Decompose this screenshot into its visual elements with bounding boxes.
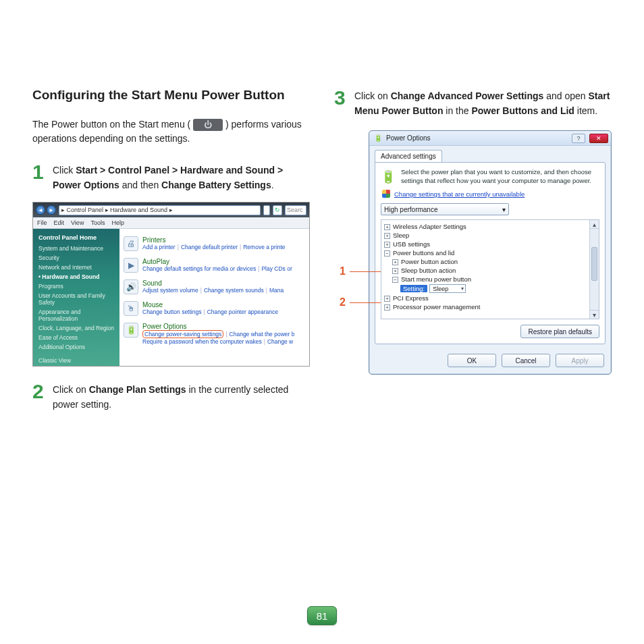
- cat-printers[interactable]: Printers: [142, 236, 309, 244]
- tree-sleep[interactable]: Sleep: [393, 232, 409, 239]
- sidebar-item-programs[interactable]: Programs: [38, 283, 114, 290]
- tree-scrollbar[interactable]: ▴ ▾: [589, 220, 599, 319]
- tree-sleep-button-action[interactable]: Sleep button action: [401, 267, 456, 274]
- menu-bar: File Edit View Tools Help: [33, 217, 309, 229]
- menu-view[interactable]: View: [71, 219, 84, 226]
- cancel-button[interactable]: Cancel: [502, 354, 550, 367]
- link-require-password[interactable]: Require a password when the computer wak…: [142, 338, 262, 345]
- expand-icon[interactable]: +: [392, 259, 398, 265]
- step-1: 1 Click Start > Control Panel > Hardware…: [32, 162, 310, 192]
- sidebar-item-additional[interactable]: Additional Options: [38, 344, 114, 350]
- sidebar-item-clock[interactable]: Clock, Language, and Region: [38, 325, 114, 331]
- expand-icon[interactable]: +: [392, 268, 398, 274]
- link-autoplay-defaults[interactable]: Change default settings for media or dev…: [142, 265, 256, 272]
- link-change-unavailable[interactable]: Change settings that are currently unava…: [382, 190, 599, 198]
- link-play-cds[interactable]: Play CDs or: [261, 265, 292, 272]
- cat-sound[interactable]: Sound: [142, 279, 309, 287]
- cat-mouse[interactable]: Mouse: [142, 301, 309, 308]
- link-remove-printer[interactable]: Remove a printe: [243, 244, 285, 250]
- sidebar-item-system[interactable]: System and Maintenance: [38, 245, 114, 252]
- link-change-w[interactable]: Change w: [267, 338, 293, 345]
- close-button[interactable]: ✕: [589, 134, 608, 143]
- plan-select[interactable]: High performance▾: [381, 203, 509, 215]
- tree-start-menu-power-button[interactable]: Start menu power button: [401, 275, 471, 283]
- link-change-sounds[interactable]: Change system sounds: [204, 287, 264, 294]
- tree-usb[interactable]: USB settings: [393, 240, 430, 248]
- power-plan-icon: 🔋: [381, 168, 396, 186]
- tree-processor[interactable]: Processor power management: [393, 303, 480, 311]
- step-2-text: Click on Change Plan Settings in the cur…: [53, 381, 310, 412]
- help-button[interactable]: ?: [572, 134, 585, 143]
- tree-wireless[interactable]: Wireless Adapter Settings: [393, 223, 466, 230]
- menu-help[interactable]: Help: [111, 219, 124, 226]
- sound-icon: 🔊: [124, 279, 138, 294]
- collapse-icon[interactable]: −: [384, 250, 390, 257]
- expand-icon[interactable]: +: [384, 233, 390, 239]
- step-3-number: 3: [334, 88, 349, 118]
- step-1-number: 1: [32, 162, 47, 192]
- sidebar-item-appearance[interactable]: Appearance and Personalization: [38, 308, 114, 322]
- setting-value-select[interactable]: Sleep: [429, 284, 466, 293]
- scroll-down-icon[interactable]: ▾: [590, 310, 599, 319]
- search-input[interactable]: Searc: [285, 205, 306, 215]
- link-change-power-saving[interactable]: Change power-saving settings: [142, 330, 223, 338]
- shield-icon: [382, 190, 390, 198]
- expand-icon[interactable]: +: [384, 224, 390, 230]
- sidebar-item-security[interactable]: Security: [38, 254, 114, 261]
- tab-advanced-settings[interactable]: Advanced settings: [375, 150, 442, 162]
- autoplay-icon: ▶: [124, 258, 138, 273]
- link-pointer-appearance[interactable]: Change pointer appearance: [207, 308, 278, 315]
- intro-paragraph: The Power button on the Start menu ( ) p…: [32, 117, 310, 146]
- printers-icon: 🖨: [124, 236, 138, 251]
- ok-button[interactable]: OK: [448, 354, 496, 367]
- page-number-badge: 81: [307, 606, 337, 625]
- breadcrumb[interactable]: ▸ Control Panel ▸ Hardware and Sound ▸: [59, 205, 261, 215]
- forward-button[interactable]: ►: [47, 205, 56, 215]
- expand-icon[interactable]: +: [384, 242, 390, 248]
- menu-edit[interactable]: Edit: [54, 219, 65, 226]
- sidebar-item-hardware[interactable]: Hardware and Sound: [38, 273, 114, 280]
- link-change-power-button[interactable]: Change what the power b: [230, 331, 295, 338]
- tree-power-button-action[interactable]: Power button action: [401, 258, 458, 265]
- callout-1: 1: [340, 265, 382, 277]
- scroll-thumb[interactable]: [591, 247, 597, 281]
- settings-tree[interactable]: +Wireless Adapter Settings +Sleep +USB s…: [381, 219, 599, 319]
- back-button[interactable]: ◄: [36, 205, 45, 215]
- sidebar-item-network[interactable]: Network and Internet: [38, 264, 114, 271]
- step-2-number: 2: [32, 381, 47, 412]
- restore-defaults-button[interactable]: Restore plan defaults: [520, 325, 599, 338]
- sidebar-item-users[interactable]: User Accounts and Family Safety: [38, 292, 114, 306]
- link-mouse-buttons[interactable]: Change button settings: [142, 308, 201, 315]
- page-heading: Configuring the Start Menu Power Button: [32, 88, 310, 103]
- tree-pci-express[interactable]: PCI Express: [393, 294, 429, 302]
- expand-icon[interactable]: +: [384, 296, 390, 302]
- breadcrumb-dropdown[interactable]: ▾: [263, 205, 270, 215]
- cat-autoplay[interactable]: AutoPlay: [142, 258, 309, 265]
- setting-label: Setting:: [400, 285, 427, 292]
- category-pane: 🖨PrintersAdd a printer|Change default pr…: [119, 229, 309, 366]
- sidebar: Control Panel Home System and Maintenanc…: [33, 229, 119, 366]
- link-sound-manage[interactable]: Mana: [269, 287, 284, 294]
- step-3-text: Click on Change Advanced Power Settings …: [354, 88, 612, 118]
- refresh-button[interactable]: ↻: [273, 205, 282, 215]
- link-add-printer[interactable]: Add a printer: [142, 244, 176, 250]
- apply-button[interactable]: Apply: [556, 354, 604, 367]
- menu-file[interactable]: File: [37, 219, 47, 226]
- link-change-default-printer[interactable]: Change default printer: [181, 244, 238, 250]
- step-1-text: Click Start > Control Panel > Hardware a…: [53, 162, 310, 192]
- dialog-description: Select the power plan that you want to c…: [401, 168, 599, 186]
- tree-power-buttons-lid[interactable]: Power buttons and lid: [393, 249, 454, 257]
- menu-tools[interactable]: Tools: [90, 219, 105, 226]
- sidebar-classic-view[interactable]: Classic View: [38, 357, 114, 364]
- expand-icon[interactable]: +: [384, 304, 390, 311]
- power-icon: [193, 119, 223, 131]
- intro-text-a: The Power button on the Start menu (: [32, 119, 190, 130]
- link-adjust-volume[interactable]: Adjust system volume: [142, 287, 198, 294]
- scroll-up-icon[interactable]: ▴: [590, 220, 599, 229]
- screenshot-power-options-dialog: 🔋 Power Options ? ✕ Advanced settings 🔋 …: [369, 130, 612, 375]
- chevron-down-icon: ▾: [502, 206, 506, 213]
- sidebar-header[interactable]: Control Panel Home: [38, 234, 114, 241]
- cat-power-options[interactable]: Power Options: [142, 323, 309, 330]
- sidebar-item-ease[interactable]: Ease of Access: [38, 334, 114, 341]
- collapse-icon[interactable]: −: [392, 277, 398, 283]
